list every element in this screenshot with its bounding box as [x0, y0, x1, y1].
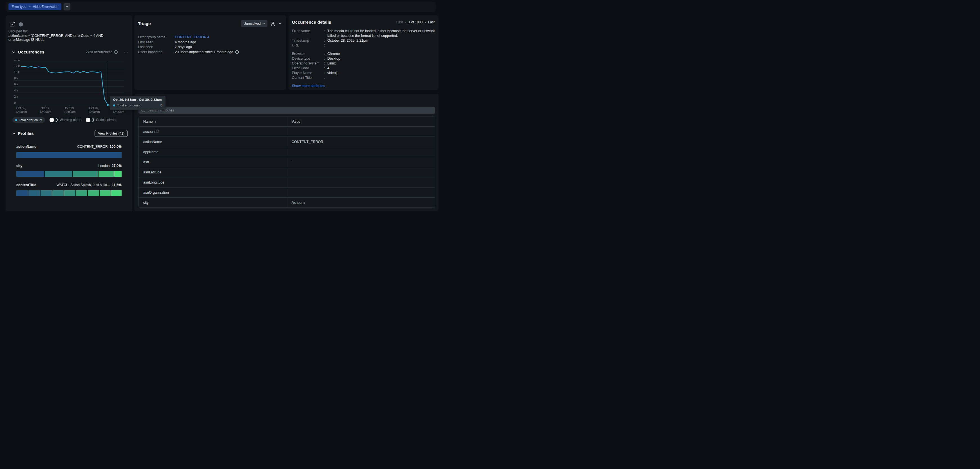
profile-bar-segment[interactable]: [114, 171, 122, 177]
triage-row-label: Last seen: [138, 45, 175, 49]
profile-bar-segment[interactable]: [52, 190, 64, 196]
triage-row-label: First seen: [138, 40, 175, 45]
chevron-down-icon[interactable]: [13, 133, 15, 135]
triage-title: Triage: [138, 21, 151, 26]
profile-bar-segment[interactable]: [16, 152, 122, 157]
profile-top-value: London: [99, 164, 110, 168]
profile-bar-segment[interactable]: [41, 190, 52, 196]
attribute-name-cell: appName: [139, 147, 287, 157]
attribute-table-row[interactable]: asnLongitude: [139, 177, 435, 187]
attribute-table-row[interactable]: appName: [139, 147, 435, 157]
add-filter-button[interactable]: +: [64, 3, 70, 10]
profile-row: cityLondon27.0%: [16, 164, 122, 177]
profile-bar-segment[interactable]: [16, 190, 28, 196]
detail-row-colon: :: [324, 66, 327, 71]
attribute-table-row[interactable]: asnLatitude: [139, 167, 435, 177]
attribute-table-row[interactable]: accountId: [139, 126, 435, 137]
legend-series-dot-icon: [15, 119, 17, 121]
triage-row-label: Error group name: [138, 35, 175, 40]
critical-alerts-toggle[interactable]: Critical alerts: [86, 118, 115, 122]
sort-ascending-icon[interactable]: ↑: [154, 120, 156, 124]
attribute-table-row[interactable]: asn': [139, 157, 435, 167]
status-dropdown[interactable]: Unresolved: [241, 20, 267, 27]
svg-text:6 k: 6 k: [14, 83, 18, 86]
detail-row-colon: :: [324, 61, 327, 66]
detail-row: Browser:Chrome: [292, 51, 435, 56]
detail-row-value: Linux: [327, 61, 435, 66]
attribute-name-cell: accountId: [139, 127, 287, 137]
profile-top-value-group: CONTENT_ERROR100.0%: [77, 145, 122, 149]
detail-row-label: URL: [292, 43, 324, 48]
error-group-link[interactable]: CONTENT_ERROR 4: [175, 35, 209, 40]
detail-row-label: Error Code: [292, 66, 324, 71]
detail-row-colon: :: [324, 38, 327, 43]
pagination-next-icon[interactable]: ›: [425, 20, 426, 24]
detail-row-colon: :: [324, 56, 327, 61]
profile-attribute-name: actionName: [16, 145, 36, 149]
profile-top-value: CONTENT_ERROR: [77, 145, 108, 149]
pagination-prev-icon[interactable]: ‹: [405, 20, 406, 24]
filter-chip-operator: =: [29, 5, 31, 9]
filter-chip-field: Error type: [11, 5, 27, 9]
info-icon[interactable]: [114, 50, 118, 54]
attribute-value: ': [291, 160, 292, 164]
warning-alerts-toggle[interactable]: Warning alerts: [49, 118, 81, 122]
attribute-name: city: [143, 201, 149, 205]
filter-chip-error-type[interactable]: Error type = VideoErrorAction: [8, 3, 61, 10]
occurrences-menu-icon[interactable]: [124, 52, 128, 52]
detail-row: Player Name:videojs: [292, 71, 435, 75]
view-profiles-button[interactable]: View Profiles (41): [95, 130, 128, 137]
toggle-off-icon: [86, 118, 94, 122]
chevron-down-icon[interactable]: [278, 22, 282, 25]
profile-bar-segment[interactable]: [45, 171, 72, 177]
triage-rows: Error group nameCONTENT_ERROR 4First see…: [138, 35, 282, 55]
detail-row-colon: :: [324, 75, 327, 80]
profile-bar-segment[interactable]: [16, 171, 44, 177]
column-header-value[interactable]: Value: [291, 120, 300, 124]
grouped-by-label: Grouped by:: [8, 29, 124, 33]
triage-row: Last seen7 days ago: [138, 45, 282, 49]
profile-distribution-bar[interactable]: [16, 152, 122, 157]
attribute-table-row[interactable]: cityAshburn: [139, 197, 435, 207]
detail-row: Content Title:: [292, 75, 435, 80]
pagination-last[interactable]: Last: [428, 20, 434, 24]
filter-chip-value: VideoErrorAction: [33, 5, 59, 9]
search-attributes-input[interactable]: [147, 108, 433, 113]
svg-text:12 k: 12 k: [14, 64, 20, 68]
attribute-value-cell: [287, 167, 435, 177]
attribute-table-row[interactable]: actionNameCONTENT_ERROR: [139, 137, 435, 147]
info-icon[interactable]: [235, 50, 239, 54]
show-more-attributes-link[interactable]: Show more attributes: [292, 84, 325, 88]
pagination-first[interactable]: First: [396, 20, 403, 24]
profile-bar-segment[interactable]: [73, 171, 98, 177]
attributes-table: Name ↑ Value accountIdactionNameCONTENT_…: [138, 116, 435, 208]
legend-total-error-count[interactable]: Total error count: [13, 117, 45, 123]
profile-bar-segment[interactable]: [64, 190, 75, 196]
chevron-down-icon[interactable]: [13, 51, 15, 53]
occurrence-details-title: Occurrence details: [292, 20, 331, 25]
svg-text:Oct 05,: Oct 05,: [16, 107, 26, 110]
profile-bar-segment[interactable]: [111, 190, 122, 196]
attribute-table-row[interactable]: asnOrganization: [139, 187, 435, 197]
assignee-person-icon[interactable]: [270, 21, 275, 26]
svg-text:8 k: 8 k: [14, 76, 18, 80]
occurrence-details-panel: Occurrence details First ‹ 1 of 1000 › L…: [288, 15, 439, 90]
detail-row-label: Device type: [292, 56, 324, 61]
search-attributes-bar[interactable]: [138, 107, 435, 114]
profile-distribution-bar[interactable]: [16, 171, 122, 177]
attribute-name: appName: [143, 150, 159, 154]
hexagon-badge-icon: [18, 22, 23, 27]
column-header-name[interactable]: Name: [143, 120, 153, 124]
profile-bar-segment[interactable]: [88, 190, 99, 196]
profile-bar-segment[interactable]: [29, 190, 40, 196]
profile-bar-segment[interactable]: [100, 190, 111, 196]
info-icon: [235, 50, 239, 54]
attribute-name-cell: city: [139, 198, 287, 207]
profile-top-percent: 100.0%: [110, 145, 122, 149]
profiles-list: actionNameCONTENT_ERROR100.0%cityLondon2…: [16, 145, 122, 202]
attribute-name: asnLatitude: [143, 170, 162, 174]
profile-distribution-bar[interactable]: [16, 190, 122, 196]
profile-bar-segment[interactable]: [76, 190, 87, 196]
svg-text:Oct 12,: Oct 12,: [41, 107, 50, 110]
profile-bar-segment[interactable]: [99, 171, 114, 177]
